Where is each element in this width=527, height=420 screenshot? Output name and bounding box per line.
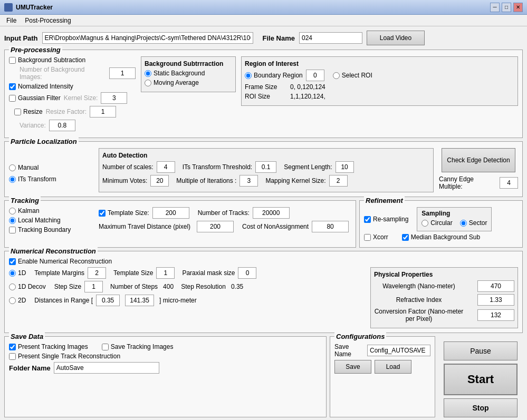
- cost-non-assign-input[interactable]: [312, 221, 349, 232]
- save-name-input[interactable]: [367, 345, 430, 356]
- moving-avg-radio-label[interactable]: Moving Average: [145, 79, 199, 86]
- multiple-iter-input[interactable]: [239, 175, 258, 187]
- resize-checkbox[interactable]: [14, 109, 21, 115]
- circular-radio-label[interactable]: Circular: [421, 219, 452, 227]
- minimize-button[interactable]: ─: [490, 3, 500, 12]
- distances-input1[interactable]: [96, 295, 120, 306]
- template-size-num-input[interactable]: [156, 267, 175, 279]
- static-bg-radio[interactable]: [145, 70, 151, 77]
- config-save-button[interactable]: Save: [334, 360, 371, 374]
- static-bg-text: Static Background: [154, 70, 205, 77]
- config-load-button[interactable]: Load: [375, 360, 411, 374]
- normalized-intensity-label[interactable]: Nomalized Intensity: [9, 83, 73, 90]
- its-text: ITs Transform: [18, 175, 56, 183]
- kalman-radio-label[interactable]: Kalman: [9, 207, 40, 214]
- 1d-radio[interactable]: [9, 270, 16, 277]
- canny-edge-input[interactable]: [500, 177, 518, 189]
- start-button[interactable]: Start: [444, 364, 518, 395]
- kernel-size-input[interactable]: [101, 92, 127, 104]
- tracking-boundary-checkbox[interactable]: [9, 227, 16, 233]
- 2d-radio[interactable]: [9, 297, 16, 304]
- enable-numerical-checkbox[interactable]: [9, 258, 16, 265]
- 1d-decov-radio[interactable]: [9, 284, 16, 290]
- template-size-checkbox-label[interactable]: Template Size:: [99, 209, 149, 217]
- moving-avg-radio[interactable]: [145, 80, 151, 86]
- save-tracking-checkbox[interactable]: [102, 344, 109, 350]
- local-matching-radio[interactable]: [9, 217, 16, 224]
- xcorr-checkbox[interactable]: [364, 234, 371, 241]
- present-single-checkbox[interactable]: [9, 353, 16, 360]
- resampling-checkbox-label[interactable]: Re-sampling: [364, 216, 408, 223]
- menu-post-processing[interactable]: Post-Processing: [21, 16, 75, 25]
- sector-radio-label[interactable]: Sector: [460, 219, 487, 227]
- wavelength-input[interactable]: [477, 280, 514, 292]
- folder-name-input[interactable]: [54, 362, 159, 374]
- xcorr-checkbox-label[interactable]: Xcorr: [364, 233, 388, 241]
- median-bg-sub-checkbox-label[interactable]: Median Background Sub: [402, 233, 480, 241]
- bg-subtraction-checkbox-label[interactable]: Background Subtraction: [9, 56, 85, 64]
- its-radio[interactable]: [9, 176, 16, 183]
- manual-radio-label[interactable]: Manual: [9, 164, 39, 171]
- close-button[interactable]: ✕: [513, 3, 523, 12]
- present-tracking-checkbox[interactable]: [9, 344, 16, 350]
- num-scales-input[interactable]: [157, 161, 175, 173]
- template-size-input[interactable]: [152, 207, 189, 219]
- static-bg-radio-label[interactable]: Static Background: [145, 70, 205, 77]
- pause-button[interactable]: Pause: [444, 341, 518, 360]
- segment-length-label: Segment Length:: [284, 163, 332, 171]
- local-matching-radio-label[interactable]: Local Matching: [9, 217, 61, 224]
- circular-text: Circular: [430, 219, 452, 227]
- load-video-button[interactable]: Load Video: [367, 31, 425, 45]
- boundary-value-input[interactable]: [306, 70, 324, 81]
- template-margins-input[interactable]: [88, 267, 106, 279]
- normalized-intensity-checkbox[interactable]: [9, 83, 16, 90]
- check-edge-detection-button[interactable]: Check Edge Detection: [442, 148, 515, 172]
- save-tracking-checkbox-label[interactable]: Save Tracking Images: [102, 343, 174, 350]
- conversion-factor-input[interactable]: [477, 309, 514, 321]
- resize-checkbox-label[interactable]: Resize: [14, 108, 43, 115]
- local-matching-text: Local Matching: [18, 217, 61, 224]
- step-size-input[interactable]: [84, 281, 103, 292]
- boundary-region-radio-label[interactable]: Boundary Region: [245, 72, 303, 79]
- variance-input[interactable]: [49, 120, 75, 131]
- resampling-checkbox[interactable]: [364, 216, 371, 223]
- segment-length-input[interactable]: [336, 161, 354, 173]
- sector-radio[interactable]: [460, 220, 467, 227]
- stop-button[interactable]: Stop: [444, 398, 518, 417]
- template-size-checkbox[interactable]: [99, 210, 106, 217]
- present-tracking-checkbox-label[interactable]: Present Tracking Images: [9, 343, 88, 350]
- input-path-field[interactable]: [42, 32, 253, 44]
- kalman-radio[interactable]: [9, 208, 16, 214]
- gaussian-filter-checkbox[interactable]: [9, 95, 16, 102]
- num-tracks-input[interactable]: [253, 207, 290, 219]
- bg-subtraction-checkbox[interactable]: [9, 57, 16, 64]
- min-votes-input[interactable]: [150, 175, 169, 187]
- refractive-index-input[interactable]: [477, 294, 514, 306]
- present-single-checkbox-label[interactable]: Present Single Track Reconstruction: [9, 353, 120, 360]
- file-name-field[interactable]: [299, 32, 362, 44]
- 1d-decov-radio-label[interactable]: 1D Decov: [9, 283, 46, 290]
- select-roi-radio-label[interactable]: Select ROI: [333, 72, 372, 79]
- distances-input2[interactable]: [125, 295, 154, 306]
- median-bg-sub-checkbox[interactable]: [402, 234, 409, 241]
- max-travel-input[interactable]: [197, 221, 234, 232]
- select-roi-radio[interactable]: [333, 72, 340, 79]
- 2d-radio-label[interactable]: 2D: [9, 297, 26, 304]
- paraxial-mask-input[interactable]: [238, 267, 256, 279]
- maximize-button[interactable]: □: [502, 3, 511, 12]
- menu-file[interactable]: File: [2, 16, 21, 25]
- enable-numerical-checkbox-label[interactable]: Enable Numerical Reconstruction: [9, 258, 112, 265]
- mapping-kernel-input[interactable]: [329, 175, 348, 187]
- its-radio-label[interactable]: ITs Transform: [9, 175, 56, 183]
- manual-radio[interactable]: [9, 164, 16, 171]
- tracking-boundary-checkbox-label[interactable]: Tracking Boundary: [9, 226, 71, 233]
- its-threshold-input[interactable]: [255, 161, 276, 173]
- boundary-region-radio[interactable]: [245, 72, 252, 79]
- gaussian-filter-label[interactable]: Gaussian Filter: [9, 94, 61, 102]
- 1d-radio-label[interactable]: 1D: [9, 269, 26, 277]
- template-margins-label: Template Margins: [34, 269, 84, 277]
- title-bar-controls[interactable]: ─ □ ✕: [490, 3, 523, 12]
- circular-radio[interactable]: [421, 220, 428, 227]
- num-bg-images-input[interactable]: [109, 67, 136, 79]
- resize-factor-input[interactable]: [90, 106, 116, 118]
